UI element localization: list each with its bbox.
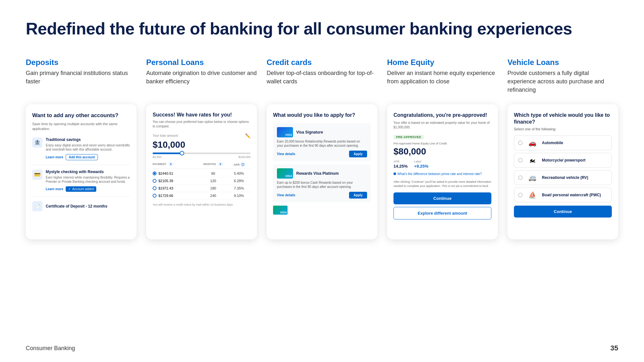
vl-option-rv[interactable]: 🚐 Recreational vehicle (RV) [514,170,612,185]
vl-option-automobile[interactable]: 🚗 Automobile [514,135,612,150]
card-personal-loans: Success! We have rates for you! You can … [146,104,257,239]
he-metrics: APR 14.25% Label +9.25% [393,160,491,169]
cc-name-1: Visa Signature [296,130,323,135]
cc-actions-1: View details Apply [277,151,367,157]
loan-amount-row: Your loan amount: ✏️ [153,133,251,138]
he-metric-apr: APR 14.25% [393,160,408,169]
visa-signature-image: VISA [277,127,293,137]
he-link-dot [393,172,396,175]
vl-radio-automobile[interactable] [518,141,523,145]
slider-min: $3,000 [153,155,162,159]
loan-col-payment: PAYMENT ∨ [153,162,199,167]
cc-card-mini: VISA [273,206,288,215]
column-home-equity: Home Equity Deliver an instant home equi… [387,58,498,239]
visa-text-1: VISA [285,133,292,136]
he-note: After clicking "Continue" you'll be aske… [393,180,491,188]
loan-row-3[interactable]: $1972.43 180 7.35% [153,185,251,192]
cc-card-heading: What would you like to apply for? [273,112,371,119]
loan-row-1[interactable]: $2440.51 60 5.40% [153,170,251,177]
savings-add-button[interactable]: Add this account [66,154,98,160]
loan-slider[interactable] [153,153,251,154]
cc-actions-2: View details Apply [277,192,367,199]
radio-1[interactable] [153,172,156,175]
card-credit-cards: What would you like to apply for? VISA V… [267,104,377,239]
vl-radio-boat[interactable] [518,193,523,197]
category-title-vl: Vehicle Loans [507,58,618,67]
motorcycle-icon: 🏍 [526,156,538,164]
cc-option-rewards-platinum[interactable]: VISA Rewards Visa Platinum Earn up to $2… [273,164,371,202]
account-item-savings: 🏦 Traditional savings Enjoy easy digital… [32,137,130,165]
loan-row-2[interactable]: $2105.39 120 6.28% [153,177,251,185]
vl-card-heading: Which type of vehicle would you like to … [514,112,612,125]
he-card-desc: Your offer is based on an estimated prop… [393,121,491,130]
vl-radio-motorcycle[interactable] [518,158,523,162]
loan-table-header: PAYMENT ∨ MONTHS ∨ APR ⓘ [153,162,251,169]
category-desc-deposits: Gain primary financial institutions stat… [26,69,137,98]
visa-text-2: VISA [285,174,292,178]
footer-right: 35 [611,344,618,352]
deposits-card-heading: Want to add any other accounts? [32,112,130,119]
he-card-heading: Congratulations, you're pre-approved! [393,112,491,119]
savings-name: Traditional savings [46,137,130,142]
visa-text-3: VISA [280,211,287,214]
checking-name: Mystyle checking with Rewards [46,170,130,174]
slider-thumb [180,151,184,155]
loans-card-heading: Success! We have rates for you! [153,112,251,118]
loan-amount-value: $10,000 [153,140,251,150]
radio-2[interactable] [153,179,156,183]
vl-label-motorcycle: Motorcycle/ powersport [542,158,585,162]
card-deposits: Want to add any other accounts? Save tim… [26,104,137,239]
cc-view-details-2[interactable]: View details [277,193,295,197]
footer: Consumer Banking 35 [26,344,618,352]
cc-view-details-1[interactable]: View details [277,152,295,156]
cc-option-visa-signature[interactable]: VISA Visa Signature Earn 20,000 bonus Re… [273,123,371,161]
card-home-equity: Congratulations, you're pre-approved! Yo… [387,104,498,239]
rv-icon: 🚐 [526,174,538,181]
he-rate-link[interactable]: What's the difference between prime rate… [393,172,491,176]
loan-col-apr: APR ⓘ [227,162,251,167]
loan-edit-icon[interactable]: ✏️ [245,133,251,138]
slider-labels: $3,000 $100,000 [153,155,251,159]
category-desc-loans: Automate origination to drive customer a… [146,69,257,98]
savings-info: Traditional savings Enjoy easy digital a… [46,137,130,160]
cc-apply-button-2[interactable]: Apply [349,192,367,199]
checking-added-button: ✓ Account added [66,186,96,192]
vl-card-subtitle: Select one of the following: [514,127,612,131]
loan-footer: You will receive a credit notice by mail… [153,203,251,207]
category-title-loans: Personal Loans [146,58,257,67]
cd-icon: 📄 [32,201,43,211]
vl-continue-button[interactable]: Continue [514,206,612,218]
cc-apply-button-1[interactable]: Apply [349,151,367,157]
checking-learn-more[interactable]: Learn more [46,187,63,191]
cc-name-2: Rewards Visa Platinum [296,171,339,176]
savings-actions: Learn more Add this account [46,154,130,160]
columns-container: Deposits Gain primary financial institut… [26,58,618,239]
loan-amount-label: Your loan amount: [153,134,179,137]
cd-name: Certificate of Deposit - 12 months [46,204,107,209]
loan-col-months: MONTHS ∨ [202,162,225,167]
checking-desc: Earn higher interest while maintaining f… [46,175,130,184]
radio-4[interactable] [153,194,156,198]
category-title-deposits: Deposits [26,58,137,67]
he-metric-label: Label +9.25% [414,160,428,169]
vl-radio-rv[interactable] [518,175,523,180]
cc-option-header-2: VISA Rewards Visa Platinum [277,168,367,179]
page: Redefined the future of banking for all … [0,0,644,362]
cd-item: 📄 Certificate of Deposit - 12 months [32,201,130,211]
he-explore-button[interactable]: Explore different amount [393,207,491,219]
category-desc-he: Deliver an instant home equity experienc… [387,69,498,98]
account-item-checking: 💳 Mystyle checking with Rewards Earn hig… [32,170,130,197]
slider-fill [153,153,182,154]
column-personal-loans: Personal Loans Automate origination to d… [146,58,257,239]
slider-max: $100,000 [238,155,251,159]
checking-icon: 💳 [32,170,43,180]
category-title-he: Home Equity [387,58,498,67]
savings-learn-more[interactable]: Learn more [46,155,63,159]
savings-desc: Enjoy easy digital access and never worr… [46,143,130,152]
loan-row-4[interactable]: $1729.66 240 9.10% [153,192,251,200]
vl-option-motorcycle[interactable]: 🏍 Motorcycle/ powersport [514,153,612,168]
radio-3[interactable] [153,186,156,190]
vl-option-boat[interactable]: ⛵ Boat/ personal watercraft (PWC) [514,188,612,202]
he-continue-button[interactable]: Continue [393,192,491,204]
savings-icon: 🏦 [32,137,43,148]
